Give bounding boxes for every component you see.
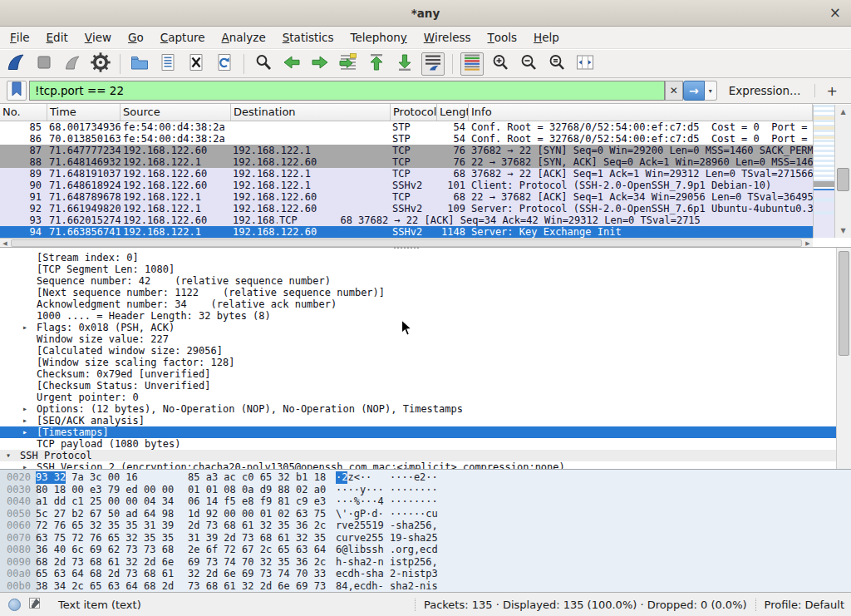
close-icon[interactable]: × [829, 4, 841, 21]
detail-line[interactable]: Acknowledgment number: 34 (relative ack … [0, 298, 851, 310]
packet-row-88[interactable]: 8871.648146932192.168.122.1192.168.122.6… [0, 156, 813, 168]
detail-line-ssh-protocol[interactable]: ▾SSH Protocol [0, 450, 851, 461]
details-scroll-thumb[interactable] [839, 251, 849, 356]
packet-row-86[interactable]: 8670.013850163fe:54:00:d4:38:2aSTP54Conf… [0, 133, 813, 145]
detail-line[interactable]: TCP payload (1080 bytes) [0, 438, 851, 450]
detail-line-options[interactable]: ▸Options: (12 bytes), No-Operation (NOP)… [0, 403, 851, 415]
add-filter-button[interactable]: + [820, 83, 844, 99]
packet-row-92[interactable]: 9271.661949820192.168.122.1192.168.122.6… [0, 203, 813, 214]
colorize-button[interactable] [460, 52, 484, 76]
zoom-out-button[interactable] [517, 52, 540, 76]
auto-scroll-button[interactable] [421, 52, 445, 76]
resize-columns-button[interactable] [573, 52, 597, 76]
detail-line[interactable]: [Window size scaling factor: 128] [0, 357, 851, 368]
menu-wireless[interactable]: Wireless [416, 27, 480, 49]
detail-line[interactable]: Window size value: 227 [0, 333, 851, 345]
capture-options-button[interactable] [89, 52, 112, 76]
close-file-button[interactable] [184, 52, 208, 76]
profile-label[interactable]: Profile: Default [765, 599, 844, 611]
filter-apply-button[interactable]: → [683, 81, 705, 101]
detail-line[interactable]: Urgent pointer: 0 [0, 392, 851, 403]
find-packet-button[interactable] [252, 52, 275, 76]
hex-row[interactable]: 003080 18 00 e3 79 ed 00 0001 01 08 0a d… [0, 484, 851, 496]
hscroll-thumb[interactable] [11, 239, 802, 247]
detail-line-ssh-version[interactable]: ▸SSH Version 2 (encryption:chacha20-poly… [0, 461, 851, 469]
column-header-info[interactable]: Info [469, 104, 813, 121]
filter-clear-button[interactable]: ✕ [665, 81, 683, 101]
go-forward-button[interactable] [308, 52, 332, 76]
filter-dropdown-button[interactable]: ▾ [705, 81, 717, 101]
hex-row[interactable]: 009068 2d 73 68 61 32 2d 6e69 73 74 70 3… [0, 556, 851, 569]
hex-row[interactable]: 0040a1 dd c1 25 00 00 04 3406 14 f5 e8 f… [0, 495, 851, 508]
status-separator[interactable] [755, 599, 756, 611]
menu-statistics[interactable]: Statistics [274, 27, 342, 49]
detail-line[interactable]: Checksum: 0x79ed [unverified] [0, 368, 851, 380]
packet-row-93[interactable]: 9371.662015274192.168.122.60192.168.122.… [0, 214, 813, 226]
zoom-reset-button[interactable] [545, 52, 568, 76]
go-back-button[interactable] [280, 52, 303, 76]
hex-row[interactable]: 007063 75 72 76 65 32 35 3531 39 2d 73 6… [0, 532, 851, 545]
packet-list-vscrollbar[interactable]: ▲ ▼ [834, 105, 851, 238]
packet-row-90[interactable]: 9071.648618924192.168.122.60192.168.122.… [0, 180, 813, 191]
column-header-source[interactable]: Source [121, 104, 231, 121]
packet-row-94-selected[interactable]: 9471.663856741192.168.122.1192.168.122.6… [0, 226, 813, 238]
packet-row-85[interactable]: 8568.001734936fe:54:00:d4:38:2aSTP54Conf… [0, 121, 813, 133]
open-file-button[interactable] [128, 52, 151, 76]
column-header-protocol[interactable]: Protocol [391, 104, 437, 121]
title-bar[interactable]: *any × [0, 0, 851, 27]
go-to-packet-button[interactable] [337, 52, 360, 76]
column-header-time[interactable]: Time [47, 104, 121, 121]
detail-line[interactable]: Sequence number: 42 (relative sequence n… [0, 275, 851, 287]
first-packet-button[interactable] [365, 52, 388, 76]
details-vscrollbar[interactable] [836, 248, 851, 469]
menu-edit[interactable]: Edit [38, 27, 76, 49]
column-header-no[interactable]: No. [0, 104, 47, 121]
status-separator[interactable] [415, 599, 416, 611]
menu-tools[interactable]: Tools [480, 27, 526, 49]
scroll-up-arrow-icon[interactable]: ▲ [835, 105, 851, 119]
packet-row-89[interactable]: 8971.648191037192.168.122.60192.168.122.… [0, 168, 813, 180]
pane-splitter-handle[interactable] [394, 468, 419, 470]
detail-line-flags[interactable]: ▸Flags: 0x018 (PSH, ACK) [0, 322, 851, 333]
packet-row-91[interactable]: 9171.648789678192.168.122.1192.168.122.6… [0, 191, 813, 203]
menu-view[interactable]: View [76, 27, 120, 49]
restart-capture-button[interactable] [61, 52, 84, 76]
filter-bookmark-button[interactable] [7, 81, 27, 101]
start-capture-button[interactable] [4, 52, 27, 76]
menu-telephony[interactable]: Telephony [342, 27, 415, 49]
last-packet-button[interactable] [393, 52, 416, 76]
scroll-down-arrow-icon[interactable]: ▼ [835, 224, 851, 238]
vscroll-thumb[interactable] [837, 168, 849, 191]
hex-row[interactable]: 00a065 63 64 68 2d 73 68 6132 2d 6e 69 7… [0, 568, 851, 580]
menu-analyze[interactable]: Analyze [214, 27, 274, 49]
detail-line[interactable]: [Checksum Status: Unverified] [0, 380, 851, 392]
hex-row[interactable]: 00505c 27 b2 67 50 ad 64 981d 92 00 00 0… [0, 508, 851, 520]
capture-comment-icon[interactable] [28, 597, 42, 613]
menu-help[interactable]: Help [525, 27, 568, 49]
hex-row[interactable]: 00b038 34 2c 65 63 64 68 2d73 68 61 32 2… [0, 580, 851, 592]
expert-info-icon[interactable] [8, 599, 21, 611]
column-header-destination[interactable]: Destination [231, 104, 391, 121]
detail-line-seq-ack[interactable]: ▸[SEQ/ACK analysis] [0, 415, 851, 426]
display-filter-input[interactable] [30, 81, 664, 100]
packet-minimap[interactable] [813, 105, 834, 238]
pane-splitter-handle[interactable] [394, 247, 419, 249]
save-file-button[interactable] [156, 52, 180, 76]
column-header-length[interactable]: Length [437, 104, 469, 121]
hex-row[interactable]: 0020c0 a8 7a 3c 00 16 93 3285 a3 ac c0 6… [0, 471, 851, 484]
menu-go[interactable]: Go [120, 27, 152, 49]
expression-button[interactable]: Expression… [729, 84, 801, 97]
zoom-in-button[interactable] [489, 52, 512, 76]
detail-line[interactable]: [Stream index: 0] [0, 252, 851, 264]
detail-line[interactable]: [TCP Segment Len: 1080] [0, 264, 851, 275]
hex-row[interactable]: 006072 76 65 32 35 35 31 392d 73 68 61 3… [0, 520, 851, 532]
detail-line[interactable]: [Next sequence number: 1122 (relative se… [0, 287, 851, 298]
detail-line[interactable]: 1000 .... = Header Length: 32 bytes (8) [0, 310, 851, 322]
menu-capture[interactable]: Capture [152, 27, 214, 49]
reload-file-button[interactable] [213, 52, 236, 76]
hex-row[interactable]: 008036 40 6c 69 62 73 73 682e 6f 72 67 2… [0, 544, 851, 556]
packet-row-87[interactable]: 8771.647777234192.168.122.60192.168.122.… [0, 145, 813, 156]
stop-capture-button[interactable] [32, 52, 56, 76]
menu-file[interactable]: File [2, 27, 38, 49]
detail-line[interactable]: [Calculated window size: 29056] [0, 345, 851, 357]
